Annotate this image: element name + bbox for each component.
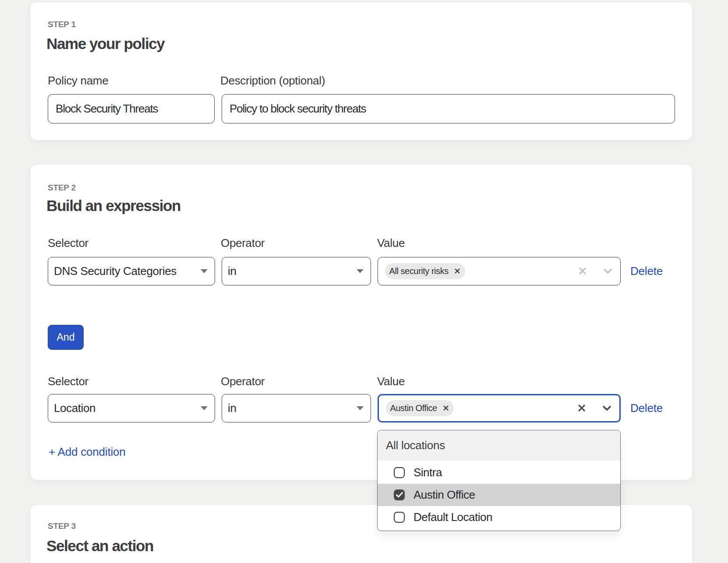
dropdown-option-label: Sintra bbox=[413, 466, 442, 479]
value-box-icons bbox=[578, 395, 611, 421]
checkbox-unchecked-icon[interactable] bbox=[394, 512, 405, 523]
value-multiselect-2[interactable]: Austin Office bbox=[378, 394, 621, 422]
step2-title: Build an expression bbox=[46, 197, 675, 215]
value-label-1: Value bbox=[377, 236, 405, 250]
selector-select-1[interactable]: DNS Security Categories bbox=[48, 257, 215, 285]
chevron-down-icon[interactable] bbox=[603, 406, 611, 411]
description-label: Description (optional) bbox=[220, 74, 325, 88]
condition-row-1: DNS Security Categories in All security … bbox=[48, 257, 675, 285]
dropdown-list: Sintra Austin Office Default Location bbox=[378, 461, 620, 531]
selector-select-1-value: DNS Security Categories bbox=[54, 264, 177, 278]
select-caret-icon bbox=[201, 269, 208, 273]
select-caret-icon bbox=[357, 269, 364, 273]
policy-builder-page: STEP 1 Name your policy Policy name Desc… bbox=[30, 0, 693, 563]
value-label-2: Value bbox=[377, 375, 405, 388]
step1-title: Name your policy bbox=[46, 35, 675, 53]
step3-title: Select an action bbox=[46, 537, 675, 555]
value-box-icons bbox=[579, 257, 612, 285]
and-button[interactable]: And bbox=[48, 325, 84, 350]
dropdown-option-sintra[interactable]: Sintra bbox=[378, 461, 620, 484]
description-input[interactable] bbox=[222, 94, 675, 123]
operator-select-2-value: in bbox=[228, 401, 236, 415]
add-condition-link[interactable]: + Add condition bbox=[49, 445, 126, 459]
select-caret-icon bbox=[201, 406, 208, 410]
checkbox-unchecked-icon[interactable] bbox=[394, 467, 405, 478]
dropdown-option-default-location[interactable]: Default Location bbox=[378, 506, 620, 528]
selector-label-2: Selector bbox=[48, 375, 221, 388]
tag-remove-icon[interactable] bbox=[455, 268, 460, 274]
select-caret-icon bbox=[357, 406, 364, 410]
step1-label: STEP 1 bbox=[48, 2, 675, 29]
field-labels-row: Policy name Description (optional) bbox=[48, 74, 675, 88]
delete-condition-1-link[interactable]: Delete bbox=[630, 264, 663, 278]
value-tag-label: Austin Office bbox=[390, 403, 437, 413]
dropdown-option-label: Austin Office bbox=[413, 488, 475, 502]
operator-select-1[interactable]: in bbox=[222, 257, 371, 285]
condition-labels-row-2: Selector Operator Value bbox=[48, 375, 675, 388]
step2-card: STEP 2 Build an expression Selector Oper… bbox=[30, 164, 693, 480]
condition-row-2: Location in Austin Office bbox=[48, 394, 675, 422]
chevron-down-icon[interactable] bbox=[604, 269, 612, 274]
step2-label: STEP 2 bbox=[48, 165, 675, 193]
delete-condition-2-link[interactable]: Delete bbox=[630, 401, 663, 415]
operator-label-2: Operator bbox=[221, 375, 377, 388]
value-options-dropdown: All locations Sintra Austin Office bbox=[377, 430, 621, 531]
field-inputs-row bbox=[48, 94, 675, 123]
operator-select-1-value: in bbox=[228, 264, 236, 278]
tag-remove-icon[interactable] bbox=[443, 405, 449, 411]
condition-labels-row-1: Selector Operator Value bbox=[48, 236, 675, 250]
step1-card: STEP 1 Name your policy Policy name Desc… bbox=[30, 2, 693, 141]
operator-select-2[interactable]: in bbox=[222, 394, 371, 422]
value-multiselect-1[interactable]: All security risks bbox=[378, 257, 621, 285]
selector-select-2-value: Location bbox=[54, 401, 95, 415]
selector-select-2[interactable]: Location bbox=[48, 394, 215, 422]
policy-name-label: Policy name bbox=[48, 74, 220, 88]
dropdown-option-austin-office[interactable]: Austin Office bbox=[378, 484, 620, 506]
clear-value-icon[interactable] bbox=[579, 267, 586, 274]
selector-label-1: Selector bbox=[48, 236, 221, 250]
dropdown-option-label: Default Location bbox=[413, 510, 492, 524]
value-tag: All security risks bbox=[385, 263, 465, 279]
value-tag-label: All security risks bbox=[389, 266, 449, 276]
policy-name-input[interactable] bbox=[48, 94, 215, 123]
clear-value-icon[interactable] bbox=[578, 405, 585, 412]
value-tag: Austin Office bbox=[386, 400, 454, 416]
operator-label-1: Operator bbox=[221, 236, 377, 250]
checkbox-checked-icon[interactable] bbox=[394, 489, 405, 500]
dropdown-header[interactable]: All locations bbox=[378, 430, 620, 461]
